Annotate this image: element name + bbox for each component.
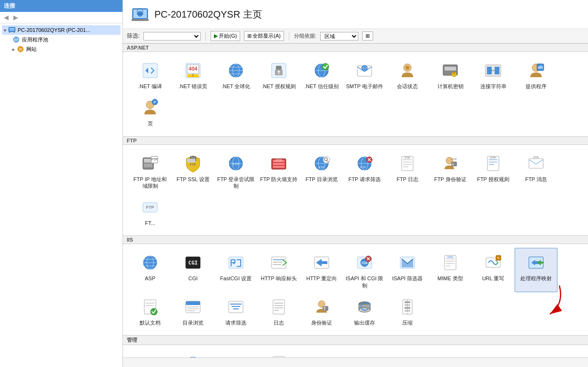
tree-item-server[interactable]: ▾ PC-20170602QYSR (PC-201...: [2, 25, 121, 35]
play-icon: ▶: [214, 33, 218, 39]
icon-auth2[interactable]: 身份验证: [300, 292, 343, 329]
dir-browse-pic: [182, 296, 204, 318]
icon-dir-browse[interactable]: 目录浏览: [172, 292, 214, 329]
icon-output-cache[interactable]: 输出缓存: [343, 292, 386, 329]
sidebar-forward-button[interactable]: ▶: [11, 13, 20, 21]
tree-item-apppool[interactable]: AP 应用程序池: [10, 35, 121, 44]
icon-isapi-filter[interactable]: ISAPI 筛选器: [386, 248, 429, 292]
svg-rect-93: [451, 162, 457, 166]
section-aspnet: ASP.NET .NET 编译: [123, 43, 588, 134]
icon-ftp-firewall[interactable]: FTP FTP 防火墙支持: [257, 149, 300, 193]
net-trust-label: .NET 信任级别: [304, 83, 339, 90]
icon-cgi[interactable]: CGI CGI: [172, 248, 214, 292]
icon-http-response[interactable]: HTTP 响应标头: [257, 248, 300, 292]
icon-http-redirect[interactable]: HTTP 重定向: [300, 248, 343, 292]
machine-key-label: 计算机密钥: [437, 83, 464, 90]
icon-fastcgi[interactable]: FastCGI 设置: [214, 248, 257, 292]
ftp-ip-pic: FTP: [139, 152, 162, 175]
cgi-label: CGI: [188, 275, 198, 282]
svg-rect-57: [144, 163, 152, 167]
output-cache-label: 输出缓存: [354, 319, 375, 326]
sidebar-back-button[interactable]: ◀: [2, 13, 10, 21]
apppool-icon: AP: [12, 36, 20, 43]
icon-net-compile[interactable]: .NET 编译: [129, 56, 172, 93]
icon-net-trust[interactable]: .NET 信任级别: [300, 56, 343, 93]
icon-ftp-browse[interactable]: FTP FTP 目录浏览: [300, 149, 343, 193]
icon-asp[interactable]: ASP: [129, 248, 172, 292]
icon-net-error[interactable]: 404 ! .NET 错误页: [172, 56, 214, 93]
svg-text:FTP: FTP: [360, 166, 365, 169]
config-editor-pic: [267, 352, 290, 357]
apppool-label: 应用程序池: [22, 36, 48, 43]
dir-browse-label: 目录浏览: [182, 319, 203, 326]
icon-net-global[interactable]: .NET 全球化: [214, 56, 257, 93]
icon-ftp-ip[interactable]: FTP FTP IP 地址和域限制: [129, 149, 172, 193]
svg-text:FTP: FTP: [405, 156, 410, 159]
icon-shared-config[interactable]: Shared Config...: [129, 349, 172, 357]
filter-select[interactable]: [143, 32, 201, 41]
isapi-cgi-label: ISAPI 和 CGI 限制: [345, 275, 384, 289]
tree-server-label: PC-20170602QYSR (PC-201...: [18, 27, 90, 33]
tree-item-sites[interactable]: ▸ W 网站: [10, 44, 121, 54]
group-select[interactable]: 区域: [320, 32, 358, 41]
chevron-icon: ▾: [4, 28, 6, 33]
net-error-label: .NET 错误页: [179, 83, 208, 90]
sites-label: 网站: [26, 46, 37, 53]
icon-smtp[interactable]: SMTP 电子邮件: [343, 56, 386, 93]
icon-mime[interactable]: MIME MIME 类型: [429, 248, 472, 292]
icon-ftp-msg[interactable]: FTP FTP 消息: [515, 149, 558, 193]
http-response-label: HTTP 响应标头: [261, 275, 297, 282]
icon-isapi-cgi[interactable]: CGI ISAPI 和 CGI 限制: [343, 248, 386, 292]
icon-delegate[interactable]: 功能委派: [214, 349, 257, 357]
sidebar: 连接 ◀ ▶ ▾ PC-20170602QYSR (PC-201... AP 应…: [0, 0, 123, 367]
view-toggle-button[interactable]: ⊞: [362, 31, 373, 41]
start-button[interactable]: ▶ 开始(G): [211, 31, 240, 41]
http-redirect-label: HTTP 重定向: [306, 275, 337, 282]
toolbar-sep-2: [289, 32, 289, 41]
icon-web-platform[interactable]: Web 平台安装程序: [172, 349, 214, 357]
ftp-filter-pic: FTP: [353, 152, 376, 175]
icon-request-filter2[interactable]: 请求筛选: [214, 292, 257, 329]
icon-machine-key[interactable]: 计算机密钥: [429, 56, 472, 93]
icon-logging[interactable]: 日志: [257, 292, 300, 329]
icon-config-editor[interactable]: 配置编辑器: [257, 349, 300, 357]
ftp-rules-label: FTP 授权规则: [477, 176, 509, 183]
section-iis: IIS ASP: [123, 235, 588, 333]
net-compile-pic: [139, 59, 162, 82]
icon-pages-controls[interactable]: P 页: [129, 93, 172, 130]
icon-session[interactable]: 会话状态: [386, 56, 429, 93]
main-panel: PC-20170602QYSR 主页 筛选: ▶ 开始(G) ⊞ 全部显示(A)…: [123, 0, 588, 367]
toolbar: 筛选: ▶ 开始(G) ⊞ 全部显示(A) 分组依据: 区域 ⊞: [123, 29, 588, 43]
view-icon: ⊞: [365, 33, 370, 39]
ftp-grid: FTP FTP IP 地址和域限制 FTP FTP SSL: [123, 145, 588, 234]
compress-pic: [396, 296, 419, 318]
icon-ftp-filter[interactable]: FTP FTP 请求筛选: [343, 149, 386, 193]
ftp-ssl-pic: FTP: [182, 152, 204, 175]
icon-ftp-auth[interactable]: FTP FTP 身份验证: [429, 149, 472, 193]
start-label: 开始(G): [219, 32, 237, 40]
icon-ftp-login[interactable]: FTP FTP 登录尝试限制: [214, 149, 257, 193]
svg-rect-11: [132, 19, 149, 21]
icon-ftp-rules[interactable]: FTP FTP 授权规则: [472, 149, 515, 193]
svg-rect-101: [529, 159, 543, 168]
icon-compress[interactable]: 压缩: [386, 292, 429, 329]
page-title: PC-20170602QYSR 主页: [154, 8, 262, 21]
icon-ftp-more[interactable]: FTP FT...: [129, 193, 172, 230]
ftp-login-pic: FTP: [224, 152, 247, 175]
show-all-button[interactable]: ⊞ 全部显示(A): [244, 31, 284, 41]
svg-rect-94: [452, 163, 454, 165]
ftp-login-label: FTP 登录尝试限制: [217, 176, 255, 190]
icon-connection-str[interactable]: 连接字符串: [472, 56, 515, 93]
icon-ftp-log[interactable]: FTP FTP 日志: [386, 149, 429, 193]
icon-ftp-ssl[interactable]: FTP FTP SSL 设置: [172, 149, 214, 193]
svg-rect-47: [495, 67, 499, 74]
shared-config-pic: [139, 352, 162, 357]
icon-net-auth-rules[interactable]: .NET 授权规则: [257, 56, 300, 93]
icon-providers[interactable]: ab 提供程序: [515, 56, 558, 93]
logging-label: 日志: [274, 319, 284, 326]
icon-default-doc[interactable]: 默认文档: [129, 292, 172, 329]
request-filter2-label: 请求筛选: [225, 319, 246, 326]
icon-url-rewrite[interactable]: ✎ URL 重写: [472, 248, 515, 292]
svg-rect-3: [14, 32, 15, 33]
mime-label: MIME 类型: [437, 275, 463, 282]
